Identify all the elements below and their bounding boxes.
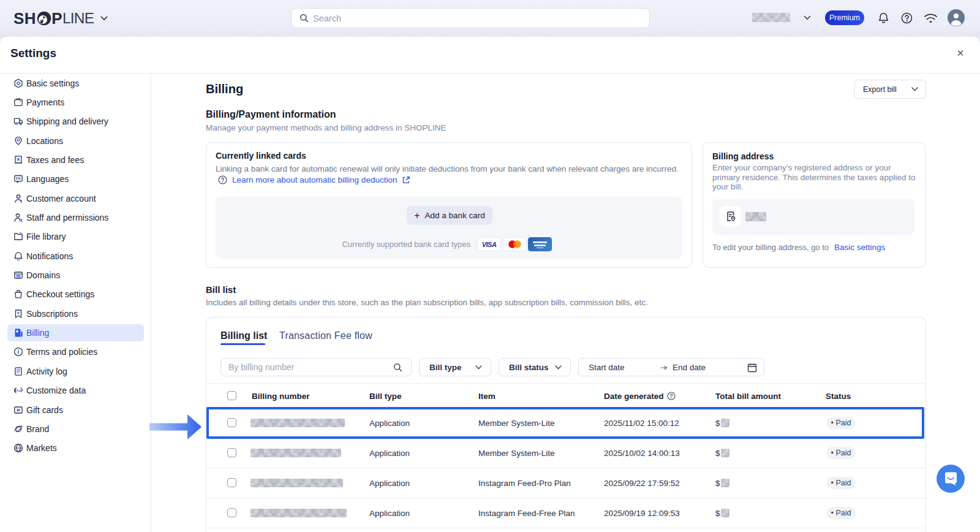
svg-text:EN: EN — [16, 177, 21, 181]
svg-text:Aa: Aa — [16, 389, 21, 392]
